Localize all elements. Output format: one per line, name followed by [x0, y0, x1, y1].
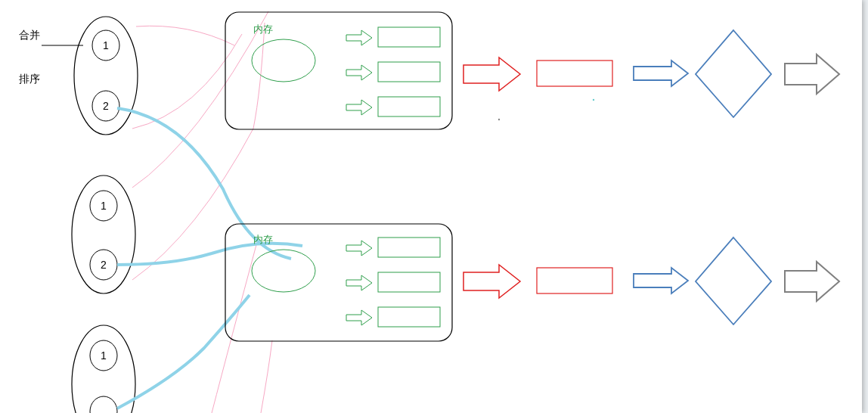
gray-arrow-1[interactable]: [785, 54, 839, 94]
blue-diamond-1[interactable]: [696, 30, 771, 117]
red-arrow-1[interactable]: [463, 57, 520, 91]
memory2-row3[interactable]: [346, 307, 440, 327]
arrow-icon: [346, 30, 372, 45]
oval-group1-outer[interactable]: [74, 17, 138, 135]
blue-arrow-2[interactable]: [634, 268, 688, 293]
memory1-oval[interactable]: [252, 39, 315, 82]
dot-1: [498, 119, 500, 120]
dot-2: [593, 99, 594, 101]
blue-diamond-2[interactable]: [696, 238, 771, 324]
oval-group3-outer[interactable]: [72, 325, 135, 413]
oval2-num1: 1: [101, 200, 107, 212]
memory2-slot1[interactable]: [378, 238, 440, 257]
red-rect-1[interactable]: [537, 61, 612, 86]
memory2-row1[interactable]: [346, 238, 440, 257]
memory2-slot3[interactable]: [378, 307, 440, 327]
memory-label-2: 内存: [253, 233, 273, 247]
diagram-svg: [0, 0, 868, 413]
oval1-num2: 2: [103, 100, 109, 112]
arrow-icon: [346, 100, 372, 115]
memory2-row2[interactable]: [346, 272, 440, 292]
arrow-icon: [346, 241, 372, 256]
gray-arrow-2[interactable]: [785, 262, 839, 301]
red-rect-2[interactable]: [537, 268, 612, 293]
red-arrow-2[interactable]: [463, 265, 520, 298]
memory1-row2[interactable]: [346, 62, 440, 82]
memory1-row3[interactable]: [346, 97, 440, 116]
pink-curve-4[interactable]: [132, 23, 265, 280]
memory-label-1: 内存: [253, 23, 273, 36]
pink-curve-5[interactable]: [212, 242, 257, 413]
oval-group2-outer[interactable]: [72, 175, 135, 293]
memory1-row1[interactable]: [346, 27, 440, 47]
diagram-canvas: 合并 排序: [0, 0, 862, 413]
pink-curve-6[interactable]: [261, 340, 272, 413]
memory2-slot2[interactable]: [378, 272, 440, 292]
oval2-num2: 2: [101, 259, 107, 271]
oval3-num1: 1: [101, 349, 107, 362]
memory1-slot2[interactable]: [378, 62, 440, 82]
blue-arrow-1[interactable]: [634, 61, 688, 86]
oval-group3-inner2[interactable]: [90, 396, 117, 413]
arrow-icon: [346, 275, 372, 290]
pink-curve-1[interactable]: [136, 26, 234, 45]
arrow-icon: [346, 65, 372, 80]
oval1-num1: 1: [103, 39, 109, 51]
memory1-slot1[interactable]: [378, 27, 440, 47]
memory1-slot3[interactable]: [378, 97, 440, 116]
cyan-curve-3[interactable]: [117, 295, 250, 408]
pink-curve-3[interactable]: [132, 11, 268, 188]
arrow-icon: [346, 310, 372, 325]
